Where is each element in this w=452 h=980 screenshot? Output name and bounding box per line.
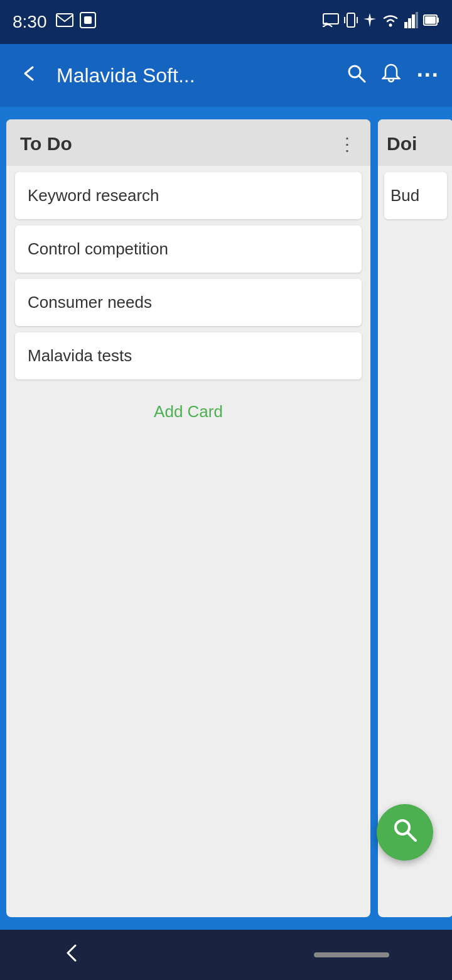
card-malavida-tests[interactable]: Malavida tests: [15, 332, 362, 379]
notifications-button[interactable]: [382, 63, 401, 88]
svg-rect-0: [56, 14, 73, 26]
card-malavida-tests-text: Malavida tests: [28, 346, 132, 365]
search-fab-icon: [392, 817, 418, 849]
doing-column-card-text: Bud: [390, 186, 419, 205]
todo-column-title: To Do: [20, 133, 72, 155]
doing-column-title: Doi: [387, 133, 417, 154]
svg-point-9: [389, 24, 392, 27]
todo-cards-container: Keyword research Control competition Con…: [6, 166, 370, 386]
svg-rect-10: [404, 22, 407, 28]
doing-column-header: Doi: [378, 119, 452, 166]
svg-line-20: [407, 832, 416, 841]
app-bar-actions: ⋯: [347, 62, 439, 89]
status-time: 8:30: [13, 12, 47, 32]
svg-rect-15: [437, 18, 439, 23]
app-title: Malavida Soft...: [56, 64, 334, 87]
svg-rect-11: [408, 18, 411, 28]
status-icons-left: [56, 12, 96, 32]
svg-rect-3: [323, 14, 338, 24]
svg-rect-13: [416, 12, 418, 28]
mail-icon: [56, 13, 73, 31]
card-consumer-needs[interactable]: Consumer needs: [15, 279, 362, 326]
screen-record-icon: [80, 12, 96, 32]
add-card-button[interactable]: Add Card: [6, 388, 370, 435]
cast-icon: [323, 13, 339, 31]
card-keyword-research-text: Keyword research: [28, 186, 159, 205]
status-icons-right: [323, 12, 439, 32]
svg-line-18: [359, 76, 365, 82]
app-bar: Malavida Soft... ⋯: [0, 44, 452, 107]
svg-rect-5: [347, 13, 355, 27]
card-control-competition-text: Control competition: [28, 239, 168, 258]
wifi-icon: [382, 13, 399, 31]
todo-column-menu-button[interactable]: ⋮: [338, 134, 357, 155]
todo-column: To Do ⋮ Keyword research Control competi…: [6, 119, 370, 917]
main-content: To Do ⋮ Keyword research Control competi…: [0, 107, 452, 930]
svg-rect-2: [84, 16, 92, 24]
search-fab[interactable]: [377, 804, 433, 861]
nav-back-button[interactable]: [63, 943, 80, 967]
svg-rect-12: [412, 14, 415, 28]
doing-column-partial: Doi Bud: [378, 119, 452, 917]
card-control-competition[interactable]: Control competition: [15, 226, 362, 273]
more-options-button[interactable]: ⋯: [416, 62, 439, 89]
card-keyword-research[interactable]: Keyword research: [15, 172, 362, 219]
card-consumer-needs-text: Consumer needs: [28, 293, 152, 312]
status-bar: 8:30: [0, 0, 452, 44]
search-button[interactable]: [347, 63, 367, 88]
nav-bar: [0, 930, 452, 980]
doing-column-card[interactable]: Bud: [384, 172, 447, 219]
vibrate-icon: [344, 12, 358, 32]
back-button[interactable]: [13, 57, 44, 94]
signal-icon: [404, 12, 418, 32]
todo-column-header: To Do ⋮: [6, 119, 370, 166]
nav-home-indicator: [314, 952, 389, 957]
svg-marker-8: [363, 13, 376, 27]
status-left: 8:30: [13, 12, 96, 32]
svg-rect-16: [425, 16, 436, 24]
battery-icon: [423, 13, 439, 31]
assistant-icon: [363, 12, 377, 32]
